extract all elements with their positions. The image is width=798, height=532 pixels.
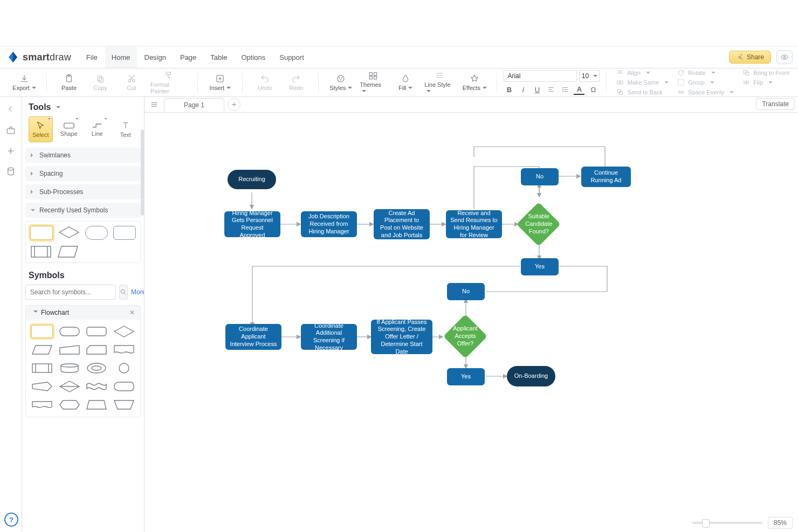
pages-menu[interactable]: [148, 98, 161, 111]
make-same-button[interactable]: Make Same: [616, 79, 669, 86]
node-screen[interactable]: Coordinate Additional Screening if Neces…: [301, 324, 357, 350]
effects-button[interactable]: Effects: [459, 71, 490, 94]
linestyle-button[interactable]: Line Style: [421, 71, 459, 94]
text-color-button[interactable]: A: [574, 84, 584, 95]
close-library[interactable]: ✕: [129, 309, 135, 316]
group-button[interactable]: Group: [677, 79, 734, 86]
panel-swimlanes[interactable]: Swimlanes: [25, 148, 141, 163]
space-evenly-button[interactable]: Space Evenly: [677, 88, 734, 96]
tool-line[interactable]: Line: [85, 116, 109, 142]
zoom-value[interactable]: 85%: [768, 517, 793, 529]
align-text-button[interactable]: [546, 85, 556, 94]
font-name-input[interactable]: [504, 70, 577, 82]
back-button[interactable]: [4, 102, 17, 115]
shape-tape[interactable]: [86, 380, 107, 393]
shape-para[interactable]: [31, 343, 53, 356]
menu-file[interactable]: File: [80, 46, 104, 68]
translate-button[interactable]: Translate: [756, 98, 795, 110]
flip-button[interactable]: Flip: [742, 79, 789, 86]
recent-subproc[interactable]: [30, 245, 52, 258]
shape-arrow-rect[interactable]: [31, 380, 53, 393]
shape-wave[interactable]: [31, 398, 53, 411]
shape-display[interactable]: [113, 380, 135, 393]
recent-terminal[interactable]: [85, 226, 108, 240]
node-recruiting[interactable]: Recruiting: [228, 170, 276, 189]
rail-briefcase[interactable]: [5, 125, 16, 136]
help-button[interactable]: ?: [4, 513, 18, 527]
node-no1[interactable]: No: [521, 168, 559, 185]
tool-select[interactable]: Select: [29, 116, 53, 142]
shape-terminal[interactable]: [59, 325, 80, 338]
font-size-select[interactable]: 10: [579, 70, 600, 82]
themes-button[interactable]: Themes: [356, 71, 390, 94]
bring-front-button[interactable]: Bring to Front: [742, 69, 789, 77]
node-interview[interactable]: Coordinate Applicant Interview Process: [225, 324, 281, 350]
recent-diamond[interactable]: [58, 226, 80, 239]
node-yes1[interactable]: Yes: [521, 258, 559, 275]
node-onboarding[interactable]: On-Boarding: [507, 366, 555, 386]
node-hiring-mgr[interactable]: Hiring Manager Gets Personnel Request Ap…: [224, 211, 280, 237]
menu-home[interactable]: Home: [105, 46, 137, 68]
preview-button[interactable]: [776, 50, 793, 64]
cut-button[interactable]: Cut: [116, 71, 147, 94]
paste-button[interactable]: Paste: [53, 71, 85, 94]
menu-design[interactable]: Design: [138, 46, 173, 68]
node-job-desc[interactable]: Job Description Received from Hiring Man…: [301, 211, 357, 237]
shape-hex[interactable]: [59, 398, 80, 411]
recent-rect[interactable]: [30, 226, 53, 240]
insert-button[interactable]: Insert: [204, 71, 236, 94]
node-create-ad[interactable]: Create Ad Placement to Post on Website a…: [374, 209, 430, 239]
shape-trap1[interactable]: [86, 398, 107, 411]
shape-sort[interactable]: [59, 380, 80, 393]
align-button[interactable]: Align: [616, 69, 669, 77]
redo-button[interactable]: Redo: [280, 71, 312, 94]
undo-button[interactable]: Undo: [249, 71, 280, 94]
shape-disk[interactable]: [86, 362, 107, 375]
symbol-button[interactable]: Ω: [588, 85, 598, 94]
styles-button[interactable]: Styles: [325, 71, 356, 94]
shape-diamond[interactable]: [113, 325, 135, 338]
menu-options[interactable]: Options: [235, 46, 272, 68]
node-continue-ad[interactable]: Continue Running Ad: [581, 167, 631, 187]
recent-para[interactable]: [57, 245, 79, 258]
node-no2[interactable]: No: [447, 283, 485, 300]
menu-page[interactable]: Page: [174, 46, 203, 68]
bold-button[interactable]: B: [504, 85, 514, 94]
rail-db[interactable]: [5, 166, 16, 177]
format-painter-button[interactable]: Format Painter: [147, 71, 191, 94]
panel-recent[interactable]: Recently Used Symbols: [25, 203, 141, 218]
canvas[interactable]: Recruiting Hiring Manager Gets Personnel…: [145, 113, 798, 532]
bullets-button[interactable]: [560, 85, 570, 94]
sidebar-scrollbar[interactable]: [141, 97, 144, 358]
panel-subprocesses[interactable]: Sub-Processes: [25, 184, 141, 199]
shape-doc[interactable]: [113, 343, 135, 356]
add-page[interactable]: ＋: [228, 98, 240, 111]
fill-button[interactable]: Fill: [390, 71, 421, 94]
shape-subproc[interactable]: [31, 362, 53, 375]
shape-manual[interactable]: [59, 343, 80, 356]
symbol-search-button[interactable]: [119, 285, 128, 300]
export-button[interactable]: Export: [9, 71, 40, 94]
panel-spacing[interactable]: Spacing: [25, 166, 141, 181]
shape-db[interactable]: [59, 362, 80, 375]
underline-button[interactable]: U: [532, 85, 542, 94]
zoom-slider[interactable]: [692, 522, 762, 524]
recent-rounded[interactable]: [113, 226, 136, 240]
send-back-button[interactable]: Send to Back: [616, 88, 669, 96]
menu-support[interactable]: Support: [273, 46, 311, 68]
node-if-pass[interactable]: If Applicant Passes Screening, Create Of…: [371, 320, 432, 354]
menu-table[interactable]: Table: [204, 46, 233, 68]
shape-circle[interactable]: [113, 362, 135, 375]
tool-shape[interactable]: Shape: [57, 116, 81, 142]
shape-trap2[interactable]: [113, 398, 135, 411]
italic-button[interactable]: I: [518, 85, 528, 94]
shape-card[interactable]: [86, 343, 107, 356]
shape-rounded[interactable]: [86, 325, 107, 338]
symbol-search-input[interactable]: [25, 285, 116, 300]
node-receive-send[interactable]: Receive and Send Resumes to Hiring Manag…: [446, 210, 502, 238]
rotate-button[interactable]: Rotate: [677, 69, 734, 77]
share-button[interactable]: Share: [729, 51, 771, 64]
shape-rect[interactable]: [31, 325, 53, 338]
rail-add[interactable]: [5, 146, 16, 156]
tool-text[interactable]: Text: [114, 116, 138, 142]
